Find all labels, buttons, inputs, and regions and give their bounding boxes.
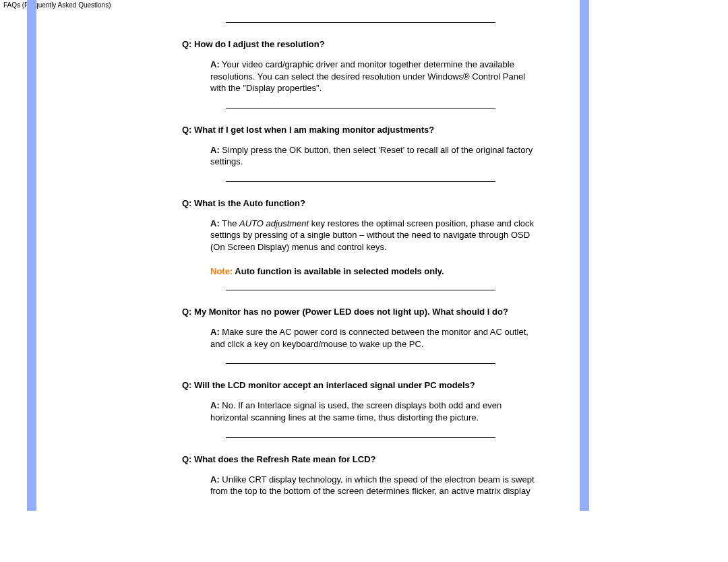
faq-answer: A: Make sure the AC power cord is connec… bbox=[210, 326, 539, 350]
faq-question: Q: How do I adjust the resolution? bbox=[182, 39, 539, 49]
divider bbox=[226, 22, 495, 23]
faq-question: Q: What does the Refresh Rate mean for L… bbox=[182, 454, 539, 464]
divider bbox=[226, 363, 495, 364]
answer-label: A: bbox=[210, 218, 220, 228]
answer-text: Simply press the OK button, then select … bbox=[210, 145, 533, 167]
faq-answer: A: The AUTO adjustment key restores the … bbox=[210, 218, 539, 253]
answer-text: Unlike CRT display technology, in which … bbox=[210, 474, 535, 497]
faq-question: Q: Will the LCD monitor accept an interl… bbox=[182, 380, 539, 390]
divider bbox=[226, 290, 495, 290]
faq-item: Q: What does the Refresh Rate mean for L… bbox=[182, 454, 539, 497]
note-label: Note: bbox=[210, 266, 233, 276]
decor-bar-right bbox=[580, 0, 589, 511]
divider bbox=[226, 108, 495, 108]
faq-question: Q: What if I get lost when I am making m… bbox=[182, 125, 539, 135]
faq-note: Note: Auto function is available in sele… bbox=[210, 266, 539, 276]
faq-item: Q: Will the LCD monitor accept an interl… bbox=[182, 380, 539, 423]
answer-label: A: bbox=[210, 59, 220, 69]
answer-italic: AUTO adjustment bbox=[239, 218, 309, 228]
divider bbox=[226, 437, 495, 438]
answer-text: Your video card/graphic driver and monit… bbox=[210, 59, 525, 93]
faq-item: Q: What if I get lost when I am making m… bbox=[182, 125, 539, 168]
faq-item: Q: My Monitor has no power (Power LED do… bbox=[182, 307, 539, 350]
faq-item: Q: What is the Auto function? A: The AUT… bbox=[182, 198, 539, 277]
answer-text: No. If an Interlace signal is used, the … bbox=[210, 400, 502, 423]
answer-label: A: bbox=[210, 327, 220, 337]
faq-item: Q: How do I adjust the resolution? A: Yo… bbox=[182, 39, 539, 94]
answer-label: A: bbox=[210, 145, 220, 155]
faq-question: Q: My Monitor has no power (Power LED do… bbox=[182, 307, 539, 317]
faq-question: Q: What is the Auto function? bbox=[182, 198, 539, 208]
divider bbox=[226, 181, 495, 182]
faq-answer: A: No. If an Interlace signal is used, t… bbox=[210, 400, 539, 423]
faq-answer: A: Unlike CRT display technology, in whi… bbox=[210, 474, 539, 497]
faq-answer: A: Simply press the OK button, then sele… bbox=[210, 144, 539, 168]
page-header: FAQs (Frequently Asked Questions) bbox=[0, 0, 728, 10]
answer-pre: The bbox=[220, 218, 239, 228]
faq-answer: A: Your video card/graphic driver and mo… bbox=[210, 59, 539, 94]
note-text: Auto function is available in selected m… bbox=[233, 266, 444, 276]
answer-text: Make sure the AC power cord is connected… bbox=[210, 327, 528, 349]
decor-bar-left bbox=[27, 0, 36, 511]
answer-label: A: bbox=[210, 400, 220, 410]
faq-content: Q: How do I adjust the resolution? A: Yo… bbox=[182, 10, 539, 497]
answer-label: A: bbox=[210, 474, 220, 485]
